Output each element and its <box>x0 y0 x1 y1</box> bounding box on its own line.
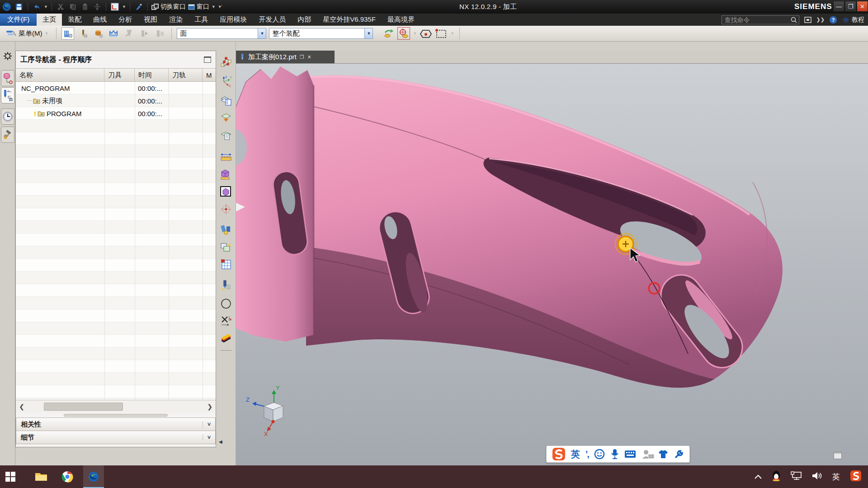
tab-tools[interactable]: 工具 <box>189 14 214 26</box>
search-input[interactable] <box>722 15 799 24</box>
ime-punctuation-button[interactable]: ’, <box>585 449 589 460</box>
new-window-icon[interactable] <box>219 241 233 254</box>
layer-settings-icon[interactable] <box>219 94 233 108</box>
generate-toolpath-icon[interactable] <box>123 27 136 40</box>
tab-application[interactable]: 应用模块 <box>214 14 253 26</box>
float-panel-icon[interactable] <box>204 56 211 63</box>
save-button[interactable] <box>14 2 24 12</box>
show-hide-icon[interactable] <box>219 223 233 236</box>
skin-tshirt-icon[interactable] <box>658 449 669 459</box>
tab-supreme[interactable]: 最高境界 <box>382 14 420 26</box>
dimension-tool-icon[interactable] <box>219 314 233 328</box>
section-details[interactable]: 细节˅ <box>16 431 216 444</box>
sogou-logo-icon[interactable] <box>552 447 566 461</box>
nx-app-button[interactable] <box>83 465 104 488</box>
select-dropdown-arrow[interactable]: ▼ <box>450 31 454 36</box>
tab-curve[interactable]: 曲线 <box>87 14 113 26</box>
tree-row-unused[interactable]: a 未用项 00:00:... <box>16 94 216 107</box>
datum-csys-button[interactable] <box>110 2 120 12</box>
type-filter-combobox[interactable]: 面▼ <box>177 28 266 39</box>
minimize-ribbon-icon[interactable] <box>804 16 812 23</box>
snap-points-tool-icon[interactable] <box>219 55 233 69</box>
circle-tool-icon[interactable] <box>219 297 233 310</box>
column-header-tool[interactable]: 刀具 <box>104 69 135 81</box>
voice-input-icon[interactable] <box>610 449 619 460</box>
tab-internal[interactable]: 内部 <box>292 14 317 26</box>
close-tab-icon[interactable]: ✕ <box>307 54 311 60</box>
switch-window-button[interactable]: 切换窗口 <box>151 3 186 11</box>
language-indicator[interactable]: 英 <box>832 472 840 482</box>
create-operation-icon[interactable] <box>108 27 120 40</box>
status-window-icon[interactable] <box>834 452 842 459</box>
scroll-left-arrow[interactable]: ❮ <box>16 403 28 410</box>
settings-wrench-icon[interactable] <box>674 449 684 459</box>
tool-navigator-tab[interactable] <box>1 70 14 86</box>
navigator-tree[interactable]: NC_PROGRAM 00:00:... a 未用项 00:00:... ! a… <box>16 82 216 400</box>
ime-mode-button[interactable]: 英 <box>571 448 580 460</box>
tools-hammer-tab[interactable] <box>1 127 14 143</box>
tab-file[interactable]: 文件(F) <box>0 14 37 26</box>
layer-in-view-icon[interactable] <box>219 129 233 142</box>
restore-button[interactable]: ❐ <box>845 1 856 12</box>
splitter-grip[interactable] <box>64 414 168 417</box>
help-icon[interactable]: ? <box>829 16 837 24</box>
collapse-panel-arrow[interactable]: ◀ <box>219 439 222 444</box>
sogou-tray-icon[interactable] <box>850 470 862 483</box>
resource-options-gear-icon[interactable] <box>3 52 12 62</box>
part-tab[interactable]: 加工案例012.prt ❐ ✕ <box>236 51 335 63</box>
chevron-down-icon[interactable]: ❯❯ <box>816 17 825 23</box>
tree-row-nc-program[interactable]: NC_PROGRAM 00:00:... <box>16 82 216 94</box>
csys-orientation-icon[interactable]: ZYX <box>219 75 233 88</box>
move-to-layer-icon[interactable] <box>219 111 233 124</box>
measure-distance-icon[interactable] <box>219 150 233 164</box>
horizontal-scrollbar[interactable]: ❮ ❯ <box>16 400 216 413</box>
window-dropdown-arrow[interactable]: ▼ <box>212 5 216 9</box>
network-tray-icon[interactable] <box>791 471 802 482</box>
tab-render[interactable]: 渲染 <box>163 14 189 26</box>
column-header-toolpath[interactable]: 刀轨 <box>169 69 203 81</box>
toolbar-overflow-arrow[interactable]: ▼̄ <box>218 5 222 9</box>
chevron-down-icon[interactable]: ˅ <box>203 421 211 427</box>
column-header-name[interactable]: 名称 <box>16 69 104 81</box>
column-header-time[interactable]: 时间 <box>135 69 169 81</box>
chevron-down-icon[interactable]: ˅ <box>203 434 211 441</box>
column-header-m[interactable]: M <box>203 69 216 81</box>
snap-point-icon[interactable] <box>397 27 410 40</box>
generate-program-icon[interactable] <box>219 279 233 292</box>
snap-swap-icon[interactable] <box>382 27 395 40</box>
copy-icon[interactable] <box>68 2 78 12</box>
history-clock-tab[interactable] <box>1 108 14 125</box>
rectangle-select-icon[interactable] <box>435 27 448 40</box>
operation-navigator-tab[interactable] <box>1 87 14 103</box>
tab-view[interactable]: 视图 <box>138 14 163 26</box>
undo-button[interactable] <box>32 2 42 12</box>
soft-keyboard-icon[interactable] <box>624 450 636 458</box>
volume-tray-icon[interactable] <box>811 471 822 482</box>
tutorial-button[interactable]: 教程 <box>842 16 864 24</box>
verify-toolpath-icon[interactable] <box>138 27 151 40</box>
tab-plugin[interactable]: 星空外挂V6.935F <box>317 14 382 26</box>
bounding-box-icon[interactable] <box>219 184 233 198</box>
spreadsheet-icon[interactable] <box>219 258 233 271</box>
start-button[interactable] <box>0 465 21 488</box>
window-menu-button[interactable]: 窗口 <box>188 3 209 11</box>
close-button[interactable]: ✕ <box>857 1 868 12</box>
scrollbar-thumb[interactable] <box>44 403 123 411</box>
minimize-button[interactable]: — <box>833 1 844 12</box>
tab-analysis[interactable]: 分析 <box>113 14 138 26</box>
tab-assembly[interactable]: 装配 <box>62 14 87 26</box>
toolbar-drag-handle[interactable] <box>221 350 231 351</box>
menu-button[interactable]: 菜单(M)▼ <box>4 28 51 39</box>
section-dependencies[interactable]: 相关性˅ <box>16 418 216 431</box>
create-geometry-icon[interactable] <box>92 27 105 40</box>
tray-expand-chevron[interactable] <box>755 473 762 481</box>
assembly-measure-icon[interactable] <box>219 167 233 181</box>
login-user-icon[interactable]: 13 <box>642 449 652 460</box>
tab-developer[interactable]: 开发人员 <box>253 14 292 26</box>
scroll-right-arrow[interactable]: ❯ <box>204 403 216 410</box>
file-explorer-button[interactable] <box>31 465 52 488</box>
undo-dropdown-arrow[interactable]: ▼ <box>44 5 48 9</box>
show-machine-icon[interactable] <box>61 27 74 40</box>
chrome-button[interactable] <box>57 465 78 488</box>
deviation-gauge-icon[interactable] <box>219 331 233 344</box>
